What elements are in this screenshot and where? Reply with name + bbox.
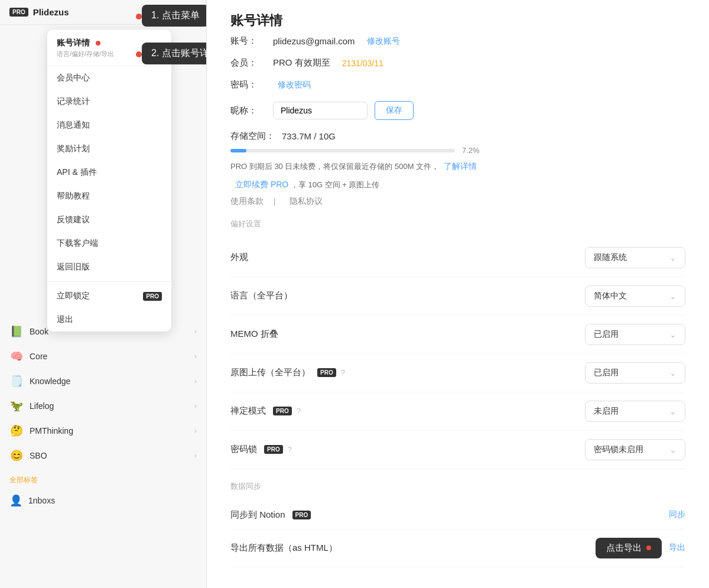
pref-memo-label: MEMO 折叠: [230, 329, 278, 340]
terms-row: 使用条款 ｜ 隐私协议: [230, 196, 685, 207]
knowledge-arrow-icon: ›: [194, 377, 197, 385]
callout-dot-1: [136, 14, 142, 20]
dropdown-item-oldversion[interactable]: 返回旧版: [47, 255, 171, 279]
knowledge-icon: 🗒️: [9, 375, 24, 388]
sidebar-nav: 📗 Book › 🧠 Core › 🗒️ Knowledge › 🦖 Lifel…: [0, 314, 206, 517]
storage-row: 存储空间： 733.7M / 10G 7.2%: [230, 131, 685, 155]
dropdown-item-membership[interactable]: 会员中心: [47, 66, 171, 90]
pref-zen-arrow-icon: ⌄: [669, 407, 677, 416]
sidebar-item-sbo[interactable]: 😊 SBO ›: [0, 443, 206, 468]
export-tooltip-text: 点击导出: [606, 542, 642, 554]
sync-notion-row: 同步到 Notion PRO 同步: [230, 501, 685, 529]
pref-appearance-row: 外观 跟随系统 ⌄: [230, 239, 685, 277]
save-button[interactable]: 保存: [375, 101, 414, 120]
sidebar-nav-label-sbo: SBO: [30, 451, 188, 460]
zen-help-icon[interactable]: ?: [297, 407, 301, 415]
original-upload-help-icon[interactable]: ?: [341, 368, 345, 377]
app-title: Plidezus: [33, 7, 69, 17]
member-label: 会员：: [230, 57, 266, 69]
pref-appearance-label: 外观: [230, 252, 248, 263]
pro-renew-link[interactable]: 立即续费 PRO: [235, 180, 288, 189]
storage-percent: 7.2%: [462, 146, 480, 155]
core-arrow-icon: ›: [194, 352, 197, 360]
password-label: 密码：: [230, 79, 266, 90]
callout-dot-2: [136, 51, 142, 57]
export-tooltip: 点击导出: [596, 538, 662, 558]
pref-memo-arrow-icon: ⌄: [669, 330, 677, 339]
dropdown-item-download[interactable]: 下载客户端: [47, 232, 171, 255]
pro-renew-row: 立即续费 PRO ，享 10G 空间 + 原图上传: [230, 178, 685, 191]
book-icon: 📗: [9, 325, 24, 338]
pro-note: PRO 到期后 30 日未续费，将仅保留最近存储的 500M 文件，了解详情: [230, 160, 685, 173]
dropdown-lock-item[interactable]: 立即锁定 PRO: [47, 284, 171, 308]
pref-original-upload-arrow-icon: ⌄: [669, 368, 677, 378]
pref-password-lock-select[interactable]: 密码锁未启用 ⌄: [585, 439, 685, 460]
callout-step1: 1. 点击菜单: [142, 5, 207, 27]
pref-original-upload-row: 原图上传（全平台） PRO ? 已启用 ⌄: [230, 354, 685, 392]
sidebar-tag-item-1nboxs[interactable]: 👤 1nboxs: [0, 489, 206, 512]
dropdown-logout-label: 退出: [57, 314, 73, 325]
sidebar-nav-label-knowledge: Knowledge: [30, 376, 188, 386]
pref-appearance-select[interactable]: 跟随系统 ⌄: [585, 247, 685, 268]
password-change-link[interactable]: 修改密码: [278, 80, 311, 90]
pref-memo-value: 已启用: [594, 329, 619, 340]
dropdown-item-api[interactable]: API & 插件: [47, 161, 171, 184]
sidebar-item-knowledge[interactable]: 🗒️ Knowledge ›: [0, 369, 206, 394]
export-html-action: 点击导出 导出: [596, 538, 685, 558]
dropdown-divider: [47, 281, 171, 282]
account-row: 账号： plidezus@gmail.com 修改账号: [230, 35, 685, 47]
password-lock-help-icon[interactable]: ?: [288, 445, 292, 454]
privacy-link[interactable]: 隐私协议: [290, 196, 323, 206]
pref-original-upload-value: 已启用: [594, 368, 619, 378]
original-upload-pro-tag: PRO: [317, 368, 336, 377]
pmthinking-arrow-icon: ›: [194, 427, 197, 435]
pro-note-text: PRO 到期后 30 日未续费，将仅保留最近存储的 500M 文件，: [230, 162, 439, 171]
page-title: 账号详情: [207, 0, 709, 35]
pref-appearance-arrow-icon: ⌄: [669, 253, 677, 262]
sync-notion-link[interactable]: 同步: [669, 509, 685, 520]
pref-zen-label: 禅定模式 PRO ?: [230, 405, 301, 417]
dropdown-item-help[interactable]: 帮助教程: [47, 184, 171, 208]
sync-notion-label: 同步到 Notion PRO: [230, 509, 311, 521]
dropdown-item-notifications[interactable]: 消息通知: [47, 113, 171, 137]
member-value: PRO 有效期至: [273, 57, 330, 69]
nickname-input[interactable]: [273, 102, 367, 119]
export-html-row: 导出所有数据（as HTML） 点击导出 导出: [230, 529, 685, 567]
pref-zen-select[interactable]: 未启用 ⌄: [585, 401, 685, 422]
pref-password-lock-row: 密码锁 PRO ? 密码锁未启用 ⌄: [230, 431, 685, 469]
book-arrow-icon: ›: [194, 327, 197, 336]
all-tags-label: 全部标签: [0, 468, 206, 489]
pref-original-upload-select[interactable]: 已启用 ⌄: [585, 362, 685, 384]
main-content: 账号详情 账号： plidezus@gmail.com 修改账号 会员： PRO…: [207, 0, 709, 588]
pro-note-link[interactable]: 了解详情: [444, 161, 477, 171]
pref-password-lock-arrow-icon: ⌄: [669, 445, 677, 454]
sidebar-nav-label-lifelog: Lifelog: [30, 401, 188, 411]
account-change-link[interactable]: 修改账号: [367, 36, 400, 47]
pref-password-lock-label: 密码锁 PRO ?: [230, 444, 292, 455]
pref-zen-row: 禅定模式 PRO ? 未启用 ⌄: [230, 392, 685, 431]
nickname-label: 昵称：: [230, 105, 266, 116]
sidebar-item-core[interactable]: 🧠 Core ›: [0, 344, 206, 369]
dropdown-lock-pro-badge: PRO: [143, 292, 162, 301]
dropdown-logout-item[interactable]: 退出: [47, 308, 171, 332]
storage-label: 存储空间：: [230, 131, 275, 142]
dropdown-item-stats[interactable]: 记录统计: [47, 90, 171, 113]
dropdown-item-feedback[interactable]: 反馈建议: [47, 208, 171, 232]
password-lock-pro-tag: PRO: [264, 445, 283, 454]
terms-link[interactable]: 使用条款: [230, 196, 264, 206]
pref-memo-row: MEMO 折叠 已启用 ⌄: [230, 316, 685, 354]
member-date-link[interactable]: 2131/03/11: [342, 59, 383, 68]
pref-password-lock-value: 密码锁未启用: [594, 444, 643, 455]
sidebar-item-pmthinking[interactable]: 🤔 PMThinking ›: [0, 418, 206, 443]
dropdown-item-rewards[interactable]: 奖励计划: [47, 137, 171, 161]
dropdown-lock-label: 立即锁定: [57, 291, 90, 301]
pro-badge: PRO: [9, 8, 28, 17]
zen-pro-tag: PRO: [273, 407, 292, 415]
sbo-icon: 😊: [9, 449, 24, 462]
pref-language-select[interactable]: 简体中文 ⌄: [585, 285, 685, 307]
pref-memo-select[interactable]: 已启用 ⌄: [585, 324, 685, 345]
sidebar-item-lifelog[interactable]: 🦖 Lifelog ›: [0, 394, 206, 418]
export-html-link[interactable]: 导出: [669, 542, 685, 553]
terms-sep: ｜: [271, 197, 278, 206]
pref-zen-value: 未启用: [594, 406, 619, 417]
